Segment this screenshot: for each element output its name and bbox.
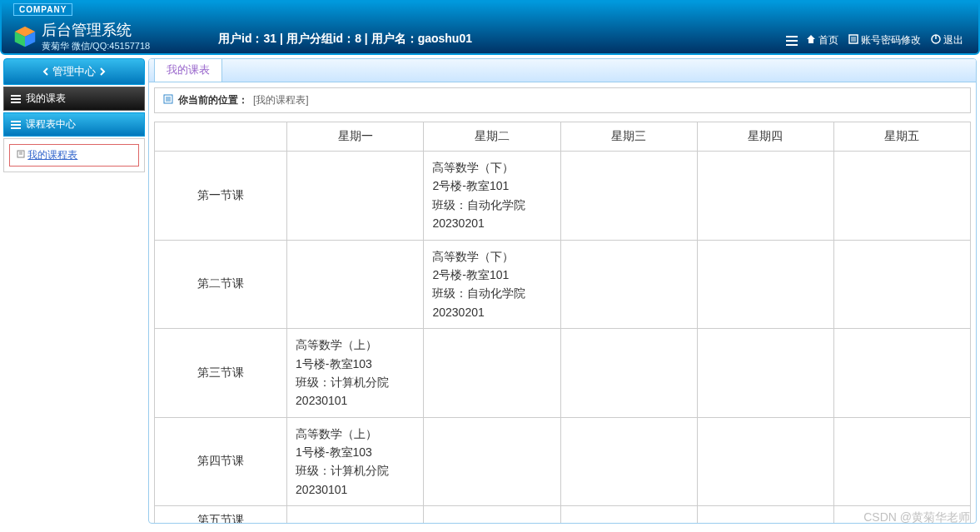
bars-icon: [11, 95, 21, 103]
schedule-cell: [833, 329, 970, 418]
home-label: 首页: [818, 33, 838, 47]
header-nav: 首页 账号密码修改 退出: [784, 32, 967, 49]
bars-icon: [11, 121, 21, 129]
logout-link[interactable]: 退出: [928, 32, 967, 49]
menu-icon[interactable]: [784, 34, 799, 47]
sidebar-section-schedule-center[interactable]: 课程表中心: [3, 112, 145, 137]
schedule-cell: [697, 506, 833, 523]
sidebar-inner: 我的课程表: [3, 138, 145, 172]
period-cell: 第二节课: [155, 240, 287, 329]
schedule-table: 星期一星期二星期三星期四星期五 第一节课高等数学（下）2号楼-教室101班级：自…: [154, 122, 971, 523]
schedule-cell: [833, 240, 970, 329]
svg-rect-5: [786, 44, 798, 46]
schedule-cell: [424, 506, 560, 523]
schedule-cell: [697, 152, 833, 241]
sidebar: 管理中心 我的课表 课程表中心 我的课程表: [3, 58, 145, 524]
account-icon: [848, 34, 858, 47]
schedule-cell: [424, 329, 560, 418]
schedule-cell: [287, 240, 424, 329]
user-info: 用户id：31 | 用户分组id：8 | 用户名：gaoshu01: [218, 32, 472, 47]
watermark: CSDN @黄菊华老师: [863, 510, 970, 525]
account-label: 账号密码修改: [861, 33, 921, 47]
table-row: 第三节课高等数学（上）1号楼-教室103班级：计算机分院20230101: [155, 329, 971, 418]
period-header: [155, 122, 287, 152]
day-header: 星期四: [697, 122, 833, 152]
breadcrumb-label: 你当前的位置：: [178, 93, 248, 107]
chevron-left-icon[interactable]: [42, 66, 49, 78]
tab-my-schedule[interactable]: 我的课表: [154, 58, 222, 82]
cube-icon: [13, 25, 37, 48]
app-title: 后台管理系统: [42, 20, 150, 40]
schedule-cell: [560, 506, 697, 523]
content-panel: 我的课表 你当前的位置： [我的课程表] 星期一星期二星期三星期四星期五 第一节…: [148, 58, 977, 524]
home-link[interactable]: 首页: [803, 32, 842, 49]
day-header: 星期二: [424, 122, 560, 152]
logout-icon: [931, 34, 941, 47]
schedule-cell: 高等数学（下）2号楼-教室101班级：自动化学院20230201: [424, 152, 560, 241]
table-row: 第二节课高等数学（下）2号楼-教室101班级：自动化学院20230201: [155, 240, 971, 329]
schedule-cell: [833, 152, 970, 241]
day-header: 星期三: [560, 122, 697, 152]
table-row: 第四节课高等数学（上）1号楼-教室103班级：计算机分院20230101: [155, 417, 971, 506]
svg-rect-3: [786, 36, 798, 37]
schedule-cell: [560, 417, 697, 506]
period-cell: 第一节课: [155, 152, 287, 241]
company-tag: COMPANY: [13, 3, 72, 16]
period-cell: 第五节课: [155, 506, 287, 523]
day-header: 星期五: [833, 122, 970, 152]
period-cell: 第四节课: [155, 417, 287, 506]
svg-rect-4: [786, 40, 798, 42]
schedule-cell: [287, 506, 424, 523]
content-body: 你当前的位置： [我的课程表] 星期一星期二星期三星期四星期五 第一节课高等数学…: [149, 82, 976, 523]
app-header: COMPANY 后台管理系统 黄菊华 微信/QQ:45157718 用户id：3…: [0, 0, 980, 55]
schedule-cell: [424, 417, 560, 506]
account-link[interactable]: 账号密码修改: [845, 32, 924, 49]
schedule-cell: [697, 417, 833, 506]
chevron-right-icon[interactable]: [99, 66, 106, 78]
main-layout: 管理中心 我的课表 课程表中心 我的课程表 我的课表 你当前的位置： [我的课程…: [0, 55, 980, 527]
schedule-cell: [560, 329, 697, 418]
schedule-cell: 高等数学（上）1号楼-教室103班级：计算机分院20230101: [287, 417, 424, 506]
table-row: 第一节课高等数学（下）2号楼-教室101班级：自动化学院20230201: [155, 152, 971, 241]
doc-icon: [17, 149, 25, 161]
tab-bar: 我的课表: [149, 59, 976, 82]
sidebar-header-label: 管理中心: [52, 64, 96, 79]
sidebar-header: 管理中心: [3, 58, 145, 85]
sidebar-link-my-schedule[interactable]: 我的课程表: [27, 149, 77, 161]
doc-icon: [163, 94, 173, 107]
schedule-cell: [560, 152, 697, 241]
breadcrumb: 你当前的位置： [我的课程表]: [154, 87, 971, 113]
schedule-cell: [833, 417, 970, 506]
schedule-cell: [697, 329, 833, 418]
period-cell: 第三节课: [155, 329, 287, 418]
sidebar-section-label: 课程表中心: [26, 117, 76, 132]
sidebar-section-my-schedule[interactable]: 我的课表: [3, 87, 145, 111]
app-subtitle: 黄菊华 微信/QQ:45157718: [42, 40, 150, 52]
schedule-cell: 高等数学（下）2号楼-教室101班级：自动化学院20230201: [424, 240, 560, 329]
logout-label: 退出: [943, 33, 963, 47]
day-header: 星期一: [287, 122, 424, 152]
sidebar-link-box: 我的课程表: [9, 144, 139, 167]
schedule-cell: [287, 152, 424, 241]
breadcrumb-value: [我的课程表]: [253, 93, 309, 107]
schedule-cell: 高等数学（上）1号楼-教室103班级：计算机分院20230101: [287, 329, 424, 418]
app-logo: 后台管理系统 黄菊华 微信/QQ:45157718: [13, 20, 150, 52]
schedule-cell: [560, 240, 697, 329]
table-row: 第五节课: [155, 506, 971, 523]
home-icon: [806, 34, 816, 47]
schedule-cell: [697, 240, 833, 329]
sidebar-section-label: 我的课表: [26, 92, 66, 106]
